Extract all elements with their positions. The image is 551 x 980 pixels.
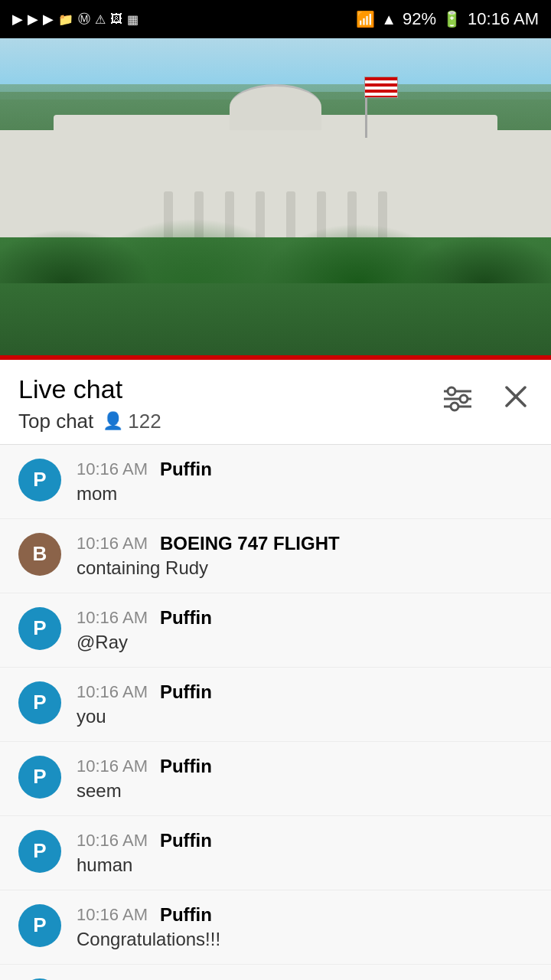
message-username: Puffin xyxy=(160,607,212,629)
message-time: 10:16 AM xyxy=(77,905,148,925)
message-time: 10:16 AM xyxy=(77,608,148,628)
viewer-count-value: 122 xyxy=(128,410,161,433)
status-icons-left: ▶ ▶ ▶ 📁 Ⓜ ⚠ 🖼 ▦ xyxy=(12,11,139,28)
viewer-count: 👤 122 xyxy=(103,410,161,433)
notification-icon-6: ⚠ xyxy=(95,12,106,27)
avatar: P xyxy=(18,681,61,724)
message-username: Puffin xyxy=(160,830,212,851)
avatar: P xyxy=(18,904,61,947)
message-text: mom xyxy=(77,483,533,505)
message-username: Puffin xyxy=(160,756,212,777)
svg-point-5 xyxy=(451,403,458,410)
message-content: 10:16 AM Puffin seem xyxy=(77,756,533,802)
message-username: Puffin xyxy=(160,681,212,703)
message-content: 10:16 AM Puffin Congratulations!!! xyxy=(77,904,533,950)
status-info-right: 📶 ▲ 92% 🔋 10:16 AM xyxy=(356,9,539,29)
notification-icon-3: ▶ xyxy=(43,11,54,28)
filter-button[interactable] xyxy=(438,382,478,418)
chat-message: P 10:16 AM Puffin @Ray xyxy=(0,593,551,668)
notification-icon-8: ▦ xyxy=(127,12,139,27)
message-username: Puffin xyxy=(160,904,212,926)
message-text: Congratulations!!! xyxy=(77,929,533,950)
wifi-icon: 📶 xyxy=(356,10,375,28)
chat-messages-list: P 10:16 AM Puffin mom B 10:16 AM BOEING … xyxy=(0,445,551,980)
notification-icon-2: ▶ xyxy=(28,11,38,28)
chat-message: P 10:16 AM Puffin seem xyxy=(0,742,551,816)
message-text: containing Rudy xyxy=(77,557,533,579)
message-text: @Ray xyxy=(77,632,533,653)
message-meta: 10:16 AM Puffin xyxy=(77,756,533,777)
chat-message: B 10:16 AM BOEING 747 FLIGHT containing … xyxy=(0,519,551,593)
message-time: 10:16 AM xyxy=(77,682,148,702)
close-icon xyxy=(502,383,530,410)
chat-header-left: Live chat Top chat 👤 122 xyxy=(18,374,161,433)
message-meta: 10:16 AM Puffin xyxy=(77,459,533,480)
message-meta: 10:16 AM Puffin xyxy=(77,607,533,629)
message-time: 10:16 AM xyxy=(77,831,148,851)
chat-message: P 10:16 AM Puffin human xyxy=(0,816,551,890)
message-time: 10:16 AM xyxy=(77,756,148,776)
message-meta: 10:16 AM Puffin xyxy=(77,904,533,926)
message-text: you xyxy=(77,706,533,727)
chat-message: P 10:16 AM Puffin tryFoxzen xyxy=(0,965,551,980)
notification-icon-7: 🖼 xyxy=(110,12,122,26)
avatar: P xyxy=(18,607,61,650)
avatar: P xyxy=(18,756,61,799)
message-content: 10:16 AM Puffin you xyxy=(77,681,533,727)
top-chat-label[interactable]: Top chat xyxy=(18,410,93,433)
notification-icon-4: 📁 xyxy=(58,12,73,27)
message-content: 10:16 AM BOEING 747 FLIGHT containing Ru… xyxy=(77,533,533,579)
signal-icon: ▲ xyxy=(381,11,396,28)
battery-icon: 🔋 xyxy=(442,10,461,28)
message-username: BOEING 747 FLIGHT xyxy=(160,533,340,554)
video-player[interactable] xyxy=(0,38,551,360)
avatar: P xyxy=(18,830,61,873)
message-username: Puffin xyxy=(160,459,212,480)
time-display: 10:16 AM xyxy=(468,9,539,29)
chat-header: Live chat Top chat 👤 122 xyxy=(0,360,551,445)
message-meta: 10:16 AM BOEING 747 FLIGHT xyxy=(77,533,533,554)
filter-sliders-icon xyxy=(441,385,474,413)
notification-icon-5: Ⓜ xyxy=(78,11,90,28)
chat-message: P 10:16 AM Puffin Congratulations!!! xyxy=(0,890,551,965)
svg-point-4 xyxy=(460,395,468,403)
message-meta: 10:16 AM Puffin xyxy=(77,830,533,851)
message-content: 10:16 AM Puffin human xyxy=(77,830,533,876)
live-chat-title: Live chat xyxy=(18,374,161,405)
chat-header-right xyxy=(438,380,533,420)
avatar: P xyxy=(18,459,61,501)
close-button[interactable] xyxy=(499,380,533,420)
avatar: B xyxy=(18,533,61,576)
chat-message: P 10:16 AM Puffin mom xyxy=(0,445,551,519)
message-text: human xyxy=(77,854,533,876)
status-bar: ▶ ▶ ▶ 📁 Ⓜ ⚠ 🖼 ▦ 📶 ▲ 92% 🔋 10:16 AM xyxy=(0,0,551,38)
message-content: 10:16 AM Puffin @Ray xyxy=(77,607,533,653)
message-time: 10:16 AM xyxy=(77,459,148,479)
message-text: seem xyxy=(77,780,533,802)
message-time: 10:16 AM xyxy=(77,534,148,554)
message-content: 10:16 AM Puffin mom xyxy=(77,459,533,505)
notification-icon-1: ▶ xyxy=(12,11,23,28)
person-icon: 👤 xyxy=(103,411,123,431)
message-meta: 10:16 AM Puffin xyxy=(77,681,533,703)
chat-message: P 10:16 AM Puffin you xyxy=(0,668,551,742)
battery-percent: 92% xyxy=(403,9,436,29)
video-progress-bar[interactable] xyxy=(0,355,551,360)
chat-panel: Live chat Top chat 👤 122 xyxy=(0,360,551,980)
svg-point-3 xyxy=(448,387,455,395)
